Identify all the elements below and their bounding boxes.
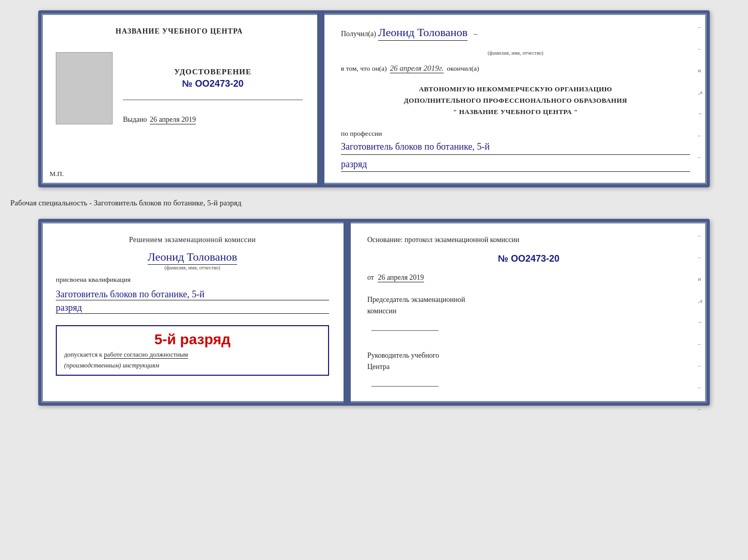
qualification-block: Заготовитель блоков по ботанике, 5-й раз…: [56, 289, 329, 314]
issued-date: 26 апреля 2019: [150, 116, 196, 124]
org-line1: АВТОНОМНУЮ НЕКОММЕРЧЕСКУЮ ОРГАНИЗАЦИЮ: [341, 84, 690, 95]
recipient-line: Получил(а) Леонид Толованов –: [341, 26, 690, 41]
doc-top-left: НАЗВАНИЕ УЧЕБНОГО ЦЕНТРА УДОСТОВЕРЕНИЕ №…: [41, 13, 318, 184]
completion-date: 26 апреля 2019г.: [390, 64, 444, 73]
admit-italic: (производственным) инструкциям: [64, 362, 321, 370]
rank-value: разряд: [341, 157, 690, 172]
document-bottom: Решением экзаменационной комиссии Леонид…: [38, 219, 710, 406]
org-line2: ДОПОЛНИТЕЛЬНОГО ПРОФЕССИОНАЛЬНОГО ОБРАЗО…: [341, 95, 690, 106]
director-signature: [371, 377, 439, 387]
cert-title: УДОСТОВЕРЕНИЕ: [174, 68, 252, 76]
rank-value-bottom: разряд: [56, 302, 329, 314]
spine-bottom: [345, 222, 351, 403]
chairman-signature: [371, 322, 439, 331]
mp-label: М.П.: [50, 170, 64, 178]
document-top: НАЗВАНИЕ УЧЕБНОГО ЦЕНТРА УДОСТОВЕРЕНИЕ №…: [38, 10, 710, 187]
from-label: от: [367, 274, 374, 281]
profession-value: Заготовитель блоков по ботанике, 5-й: [341, 139, 690, 155]
center-title-top: НАЗВАНИЕ УЧЕБНОГО ЦЕНТРА: [116, 26, 243, 37]
edge-marks-bottom-right: – – и ‚а ← – – – –: [698, 232, 704, 412]
from-date-line: от 26 апреля 2019: [367, 274, 690, 282]
edge-marks-right: – – и ‚а ← – –: [698, 24, 704, 160]
decision-text: Решением экзаменационной комиссии: [56, 234, 329, 245]
admit-label: допускается к: [64, 351, 102, 358]
separator-text: Рабочая специальность - Заготовитель бло…: [10, 199, 241, 207]
chairman-line2: комиссии: [367, 306, 690, 317]
cert-number: № OO2473-20: [182, 78, 243, 89]
profession-block: по профессии Заготовитель блоков по бота…: [341, 128, 690, 172]
basis-text: Основание: протокол экзаменационной коми…: [367, 234, 690, 246]
chairman-line1: Председатель экзаменационной: [367, 294, 690, 306]
big-rank-text: 5-й разряд: [64, 331, 321, 348]
assigned-text: присвоена квалификация: [56, 276, 329, 284]
issued-line: Выдано 26 апреля 2019: [123, 116, 196, 124]
in-that-label: в том, что он(а): [341, 65, 387, 73]
recipient-name: Леонид Толованов: [378, 26, 467, 41]
spine-top: [318, 13, 324, 184]
profession-label: по профессии: [341, 130, 382, 137]
from-date: 26 апреля 2019: [378, 274, 424, 282]
in-that-line: в том, что он(а) 26 апреля 2019г. окончи…: [341, 64, 690, 73]
qualification-value: Заготовитель блоков по ботанике, 5-й: [56, 289, 329, 300]
doc-bottom-right: Основание: протокол экзаменационной коми…: [351, 222, 707, 403]
doc-top-right: Получил(а) Леонид Толованов – (фамилия, …: [324, 13, 707, 184]
dash-1: –: [474, 30, 477, 38]
chairman-block: Председатель экзаменационной комиссии: [367, 294, 690, 334]
person-name-bottom: Леонид Толованов: [148, 250, 237, 265]
director-line1: Руководитель учебного: [367, 350, 690, 361]
director-block: Руководитель учебного Центра: [367, 350, 690, 390]
rank-box: 5-й разряд допускается к работе согласно…: [56, 325, 329, 376]
received-label: Получил(а): [341, 30, 376, 38]
issued-label: Выдано: [123, 116, 147, 123]
fio-label-bottom: (фамилия, имя, отчество): [56, 265, 329, 270]
doc-bottom-left: Решением экзаменационной комиссии Леонид…: [41, 222, 345, 403]
admit-text: допускается к работе согласно должностны…: [64, 351, 321, 359]
finished-label: окончил(а): [447, 65, 479, 73]
org-block: АВТОНОМНУЮ НЕКОММЕРЧЕСКУЮ ОРГАНИЗАЦИЮ ДО…: [341, 84, 690, 118]
photo-placeholder: [56, 52, 113, 124]
director-line2: Центра: [367, 361, 690, 373]
admit-underline: работе согласно должностным: [104, 351, 188, 359]
fio-label-top: (фамилия, имя, отчество): [341, 50, 690, 56]
protocol-number: № OO2473-20: [367, 253, 690, 264]
org-line3: " НАЗВАНИЕ УЧЕБНОГО ЦЕНТРА ": [341, 106, 690, 118]
